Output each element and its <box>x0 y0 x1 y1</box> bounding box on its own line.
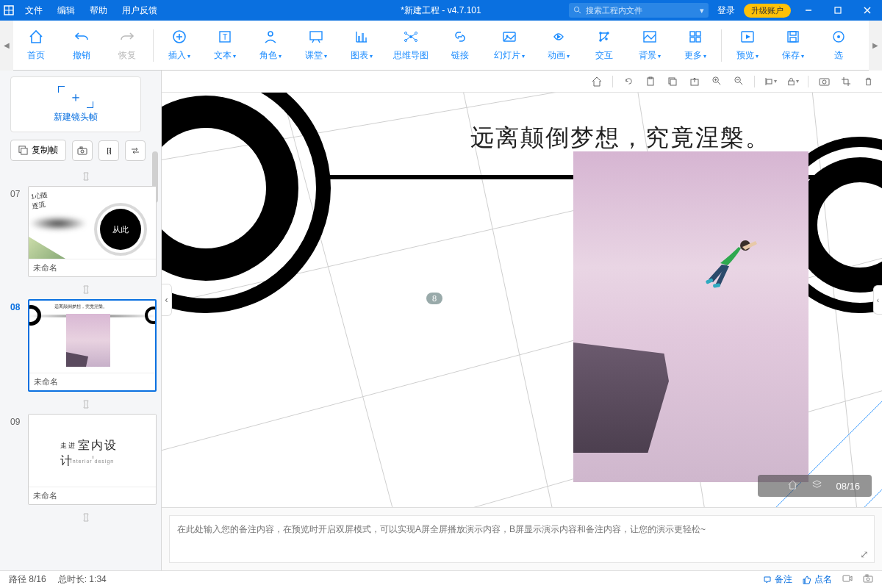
title-bar: 文件 编辑 帮助 用户反馈 *新建工程 - v4.7.101 搜索工程内文件 ▾… <box>0 0 882 21</box>
tool-mindmap[interactable]: 思维导图 <box>384 24 437 68</box>
svg-point-23 <box>409 35 412 38</box>
swap-button[interactable] <box>125 140 146 161</box>
tool-text[interactable]: T文本▾ <box>202 24 248 68</box>
svg-point-3 <box>574 7 578 11</box>
canvas-image[interactable] <box>573 151 808 482</box>
svg-rect-65 <box>820 79 829 85</box>
svg-rect-6 <box>835 7 841 13</box>
lock-icon[interactable]: ▾ <box>786 75 799 88</box>
svg-text:T: T <box>223 32 228 41</box>
plus-icon: ＋ <box>69 88 82 106</box>
svg-point-14 <box>268 32 273 36</box>
camera-button[interactable] <box>72 140 93 161</box>
export-icon[interactable] <box>688 75 701 88</box>
pager-home-icon[interactable] <box>787 479 798 492</box>
close-button[interactable] <box>853 0 882 21</box>
minimize-button[interactable] <box>794 0 823 21</box>
tool-link[interactable]: 链接 <box>437 24 483 68</box>
status-record-icon[interactable] <box>842 574 853 585</box>
svg-rect-64 <box>788 81 793 85</box>
tool-save[interactable]: 保存▾ <box>770 24 816 68</box>
copy-icon[interactable] <box>666 75 679 88</box>
menu-help[interactable]: 帮助 <box>82 4 115 17</box>
camera-icon[interactable] <box>817 75 831 88</box>
svg-rect-22 <box>365 37 367 42</box>
canvas[interactable]: ‹ 䂝 远离颠倒梦想，究竟涅槃。 <box>162 93 882 507</box>
frame-divider <box>10 512 161 523</box>
tool-slide[interactable]: 幻灯片▾ <box>483 24 536 68</box>
svg-rect-53 <box>670 79 676 85</box>
frame-thumb-08[interactable]: 08远离颠倒梦想，究竟涅槃。未命名 <box>10 299 161 392</box>
toolbar-scroll-right[interactable]: ▶ <box>869 21 882 71</box>
svg-point-33 <box>605 37 608 40</box>
upgrade-button[interactable]: 升级账户 <box>744 4 791 18</box>
tool-bg[interactable]: 背景▾ <box>627 24 673 68</box>
svg-line-72 <box>456 93 573 507</box>
chevron-down-icon[interactable]: ▾ <box>700 6 704 15</box>
home-view-icon[interactable] <box>590 75 603 88</box>
align-icon[interactable]: ▾ <box>764 75 777 88</box>
tool-home[interactable]: 首页 <box>13 24 59 68</box>
pager-layers-icon[interactable] <box>811 479 822 492</box>
login-link[interactable]: 登录 <box>711 4 741 17</box>
svg-point-30 <box>599 32 602 35</box>
status-camera-icon[interactable] <box>863 574 873 585</box>
status-bar: 路径 8/16 总时长: 1:34 备注 点名 <box>0 570 882 588</box>
tool-board[interactable]: 课堂▾ <box>293 24 339 68</box>
tool-more[interactable]: 更多▾ <box>673 24 718 68</box>
scan-button[interactable]: [⁝] <box>98 140 119 161</box>
canvas-pager: 08/16 <box>758 475 872 497</box>
tool-person[interactable]: 角色▾ <box>248 24 293 68</box>
svg-rect-42 <box>790 37 796 42</box>
frame-thumb-09[interactable]: 09走进室内设计Interior design未命名 <box>10 414 161 505</box>
tool-chart[interactable]: 图表▾ <box>339 24 384 68</box>
maximize-button[interactable] <box>823 0 853 21</box>
svg-rect-41 <box>790 32 796 35</box>
frames-panel: ＋ 新建镜头帧 复制帧 [⁝] 071心随逐流从此未命名08远离颠倒梦想，究竟涅… <box>0 71 162 570</box>
zoom-in-icon[interactable] <box>710 75 723 88</box>
frame-thumb-07[interactable]: 071心随逐流从此未命名 <box>10 186 161 277</box>
menu-feedback[interactable]: 用户反馈 <box>115 4 165 17</box>
main-toolbar: ◀ 首页撤销恢复 插入▾T文本▾角色▾课堂▾图表▾思维导图链接幻灯片▾动画▾交互… <box>0 21 882 71</box>
search-input[interactable]: 搜索工程内文件 ▾ <box>569 3 709 18</box>
svg-rect-49 <box>80 147 82 148</box>
copy-icon <box>18 146 28 155</box>
tool-opts[interactable]: 选 <box>816 24 861 68</box>
new-frame-button[interactable]: ＋ 新建镜头帧 <box>10 76 141 132</box>
svg-line-4 <box>578 11 581 13</box>
trash-icon[interactable] <box>861 75 875 88</box>
svg-point-44 <box>837 35 840 38</box>
zoom-out-icon[interactable] <box>732 75 745 88</box>
rotate-left-icon[interactable] <box>622 75 635 88</box>
notes-textarea[interactable] <box>169 515 875 563</box>
svg-point-66 <box>822 80 826 84</box>
toolbar-scroll-left[interactable]: ◀ <box>0 21 13 71</box>
svg-rect-20 <box>358 36 360 42</box>
copy-frame-button[interactable]: 复制帧 <box>10 140 66 161</box>
status-notes-link[interactable]: 备注 <box>763 573 792 586</box>
svg-rect-37 <box>690 37 695 42</box>
canvas-headline[interactable]: 远离颠倒梦想，究竟涅槃。 <box>470 122 770 154</box>
paste-icon[interactable] <box>644 75 657 88</box>
svg-line-56 <box>717 82 720 85</box>
expand-notes-icon[interactable]: ⤢ <box>860 548 869 560</box>
frame-divider <box>10 399 161 409</box>
crop-icon[interactable] <box>839 75 853 88</box>
svg-point-31 <box>606 32 609 35</box>
tool-plus-circle[interactable]: 插入▾ <box>157 24 202 68</box>
tool-undo[interactable]: 撤销 <box>59 24 104 68</box>
tool-interact[interactable]: 交互 <box>581 24 627 68</box>
left-ring-graphic <box>162 93 331 313</box>
svg-rect-35 <box>690 32 695 36</box>
canvas-area: ▾ ▾ ‹ <box>162 71 882 570</box>
pager-text: 08/16 <box>836 481 860 492</box>
tool-play[interactable]: 预览▾ <box>725 24 770 68</box>
collapse-left-panel[interactable]: ‹ <box>162 284 172 316</box>
menu-file[interactable]: 文件 <box>18 4 50 17</box>
svg-rect-15 <box>310 32 322 40</box>
frame-divider <box>10 171 161 182</box>
menu-edit[interactable]: 编辑 <box>50 4 82 17</box>
status-likes-link[interactable]: 点名 <box>803 573 832 586</box>
tool-anim[interactable]: 动画▾ <box>536 24 581 68</box>
collapse-right-panel[interactable]: ‹ <box>873 285 882 315</box>
